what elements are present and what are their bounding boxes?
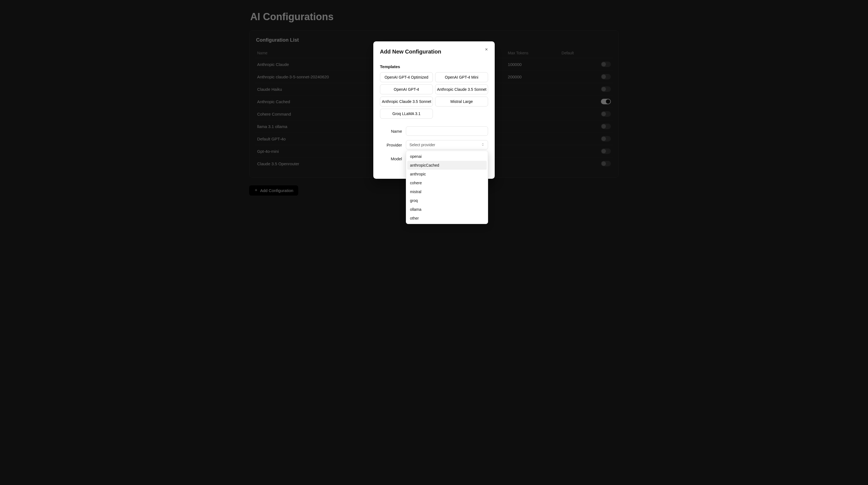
templates-list: OpenAI GPT-4 OptimizedOpenAI GPT-4 MiniO… <box>380 72 488 119</box>
provider-option[interactable]: other <box>407 214 487 223</box>
modal-close-button[interactable] <box>483 47 490 53</box>
modal-title: Add New Configuration <box>380 49 488 55</box>
template-button[interactable]: OpenAI GPT-4 Optimized <box>380 72 433 82</box>
model-label: Model <box>380 156 402 161</box>
chevron-updown-icon <box>481 143 485 147</box>
provider-row: Provider Select provider openaianthropic… <box>380 140 488 150</box>
name-row: Name <box>380 126 488 136</box>
close-icon <box>485 48 488 52</box>
provider-label: Provider <box>380 143 402 147</box>
templates-label: Templates <box>380 64 488 69</box>
provider-select[interactable]: Select provider <box>406 140 488 150</box>
add-config-modal: Add New Configuration Templates OpenAI G… <box>373 41 495 179</box>
template-button[interactable]: OpenAI GPT-4 <box>380 84 433 94</box>
provider-option[interactable]: ollama <box>407 205 487 214</box>
template-button[interactable]: Anthropic Claude 3.5 Sonnet <box>380 96 433 107</box>
template-button[interactable]: OpenAI GPT-4 Mini <box>435 72 488 82</box>
modal-overlay[interactable]: Add New Configuration Templates OpenAI G… <box>0 0 868 485</box>
provider-option[interactable]: groq <box>407 196 487 205</box>
provider-option[interactable]: cohere <box>407 179 487 187</box>
provider-placeholder: Select provider <box>409 143 435 147</box>
name-input[interactable] <box>406 126 488 136</box>
provider-option[interactable]: mistral <box>407 187 487 196</box>
provider-option[interactable]: openai <box>407 152 487 161</box>
provider-dropdown: openaianthropicCachedanthropiccoheremist… <box>406 151 488 224</box>
provider-option[interactable]: anthropicCached <box>407 161 487 170</box>
template-button[interactable]: Groq LLaMA 3.1 <box>380 109 433 119</box>
template-button[interactable]: Anthropic Claude 3.5 Sonnet (Cached) <box>435 84 488 94</box>
provider-option[interactable]: anthropic <box>407 170 487 179</box>
name-label: Name <box>380 129 402 133</box>
template-button[interactable]: Mistral Large <box>435 96 488 107</box>
